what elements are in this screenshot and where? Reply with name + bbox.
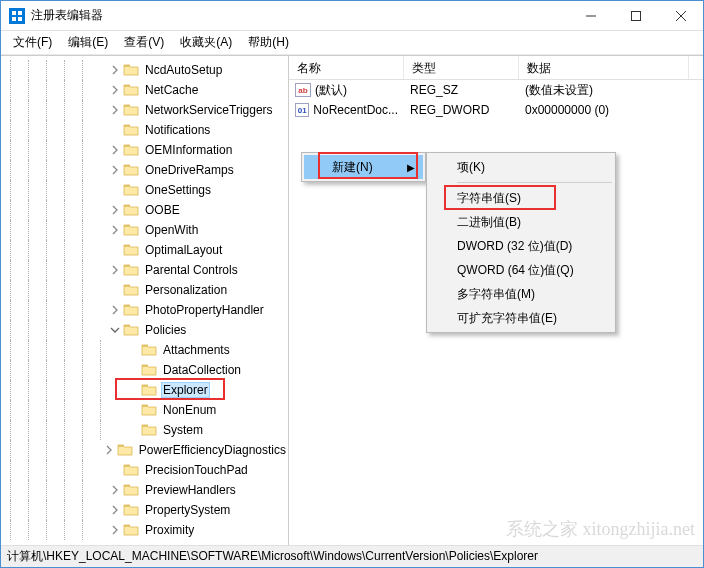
- tree-item[interactable]: Policies: [1, 320, 288, 340]
- minimize-button[interactable]: [568, 1, 613, 31]
- tree-item[interactable]: Attachments: [1, 340, 288, 360]
- chevron-right-icon[interactable]: [109, 224, 121, 236]
- ctx-string-label: 字符串值(S): [457, 190, 521, 207]
- svg-rect-1: [18, 11, 22, 15]
- titlebar: 注册表编辑器: [1, 1, 703, 31]
- tree-item-label: DataCollection: [161, 363, 243, 377]
- chevron-right-icon[interactable]: [109, 104, 121, 116]
- folder-icon: [141, 363, 157, 377]
- tree-item[interactable]: Explorer: [1, 380, 288, 400]
- folder-icon: [141, 403, 157, 417]
- tree-item-label: Attachments: [161, 343, 232, 357]
- tree-item-label: Policies: [143, 323, 188, 337]
- tree-item[interactable]: NetworkServiceTriggers: [1, 100, 288, 120]
- col-name[interactable]: 名称: [289, 56, 404, 79]
- close-button[interactable]: [658, 1, 703, 31]
- menu-view[interactable]: 查看(V): [116, 32, 172, 53]
- folder-icon: [141, 343, 157, 357]
- ctx-multi-label: 多字符串值(M): [457, 286, 535, 303]
- tree-item[interactable]: OOBE: [1, 200, 288, 220]
- folder-icon: [123, 483, 139, 497]
- tree-item[interactable]: PreviewHandlers: [1, 480, 288, 500]
- col-type[interactable]: 类型: [404, 56, 519, 79]
- tree-item[interactable]: NcdAutoSetup: [1, 60, 288, 80]
- tree-item[interactable]: OneSettings: [1, 180, 288, 200]
- tree-item[interactable]: PowerEfficiencyDiagnostics: [1, 440, 288, 460]
- menu-favorites[interactable]: 收藏夹(A): [172, 32, 240, 53]
- tree-item[interactable]: OEMInformation: [1, 140, 288, 160]
- chevron-right-icon[interactable]: [109, 504, 121, 516]
- app-icon: [9, 8, 25, 24]
- maximize-button[interactable]: [613, 1, 658, 31]
- tree-item-label: OEMInformation: [143, 143, 234, 157]
- tree-item[interactable]: OptimalLayout: [1, 240, 288, 260]
- ctx-multi[interactable]: 多字符串值(M): [429, 282, 613, 306]
- ctx-key[interactable]: 项(K): [429, 155, 613, 179]
- chevron-down-icon[interactable]: [109, 324, 121, 336]
- chevron-right-icon[interactable]: [109, 204, 121, 216]
- chevron-right-icon[interactable]: [109, 484, 121, 496]
- chevron-right-icon[interactable]: [109, 164, 121, 176]
- ctx-binary[interactable]: 二进制值(B): [429, 210, 613, 234]
- svg-rect-0: [12, 11, 16, 15]
- tree-item[interactable]: PropertySystem: [1, 500, 288, 520]
- menu-edit[interactable]: 编辑(E): [60, 32, 116, 53]
- value-data: 0x00000000 (0): [519, 101, 689, 119]
- tree-pane[interactable]: NcdAutoSetupNetCacheNetworkServiceTrigge…: [1, 56, 289, 545]
- menu-help[interactable]: 帮助(H): [240, 32, 297, 53]
- tree-item[interactable]: System: [1, 420, 288, 440]
- ctx-binary-label: 二进制值(B): [457, 214, 521, 231]
- menu-file[interactable]: 文件(F): [5, 32, 60, 53]
- folder-icon: [123, 463, 139, 477]
- tree-item[interactable]: Parental Controls: [1, 260, 288, 280]
- tree-item[interactable]: DataCollection: [1, 360, 288, 380]
- ctx-dword[interactable]: DWORD (32 位)值(D): [429, 234, 613, 258]
- chevron-right-icon[interactable]: [109, 264, 121, 276]
- ctx-separator: [457, 182, 612, 183]
- folder-icon: [123, 243, 139, 257]
- value-data: (数值未设置): [519, 80, 689, 101]
- tree-item-label: OneDriveRamps: [143, 163, 236, 177]
- chevron-right-icon[interactable]: [109, 144, 121, 156]
- col-data[interactable]: 数据: [519, 56, 689, 79]
- svg-rect-5: [631, 11, 640, 20]
- ctx-new-label: 新建(N): [332, 159, 373, 176]
- chevron-right-icon[interactable]: [103, 444, 114, 456]
- tree-item[interactable]: Proximity: [1, 520, 288, 540]
- list-header: 名称 类型 数据: [289, 56, 703, 80]
- list-row[interactable]: ab(默认)REG_SZ(数值未设置): [289, 80, 703, 100]
- tree-item-label: OptimalLayout: [143, 243, 224, 257]
- chevron-right-icon[interactable]: [109, 84, 121, 96]
- tree-item-label: Notifications: [143, 123, 212, 137]
- tree-item[interactable]: OpenWith: [1, 220, 288, 240]
- folder-icon: [123, 123, 139, 137]
- list-row[interactable]: 01NoRecentDoc...REG_DWORD0x00000000 (0): [289, 100, 703, 120]
- ctx-new[interactable]: 新建(N) ▶: [304, 155, 423, 179]
- folder-icon: [123, 503, 139, 517]
- ctx-qword[interactable]: QWORD (64 位)值(Q): [429, 258, 613, 282]
- chevron-right-icon[interactable]: [109, 524, 121, 536]
- tree-item-label: Proximity: [143, 523, 196, 537]
- chevron-right-icon[interactable]: [109, 64, 121, 76]
- tree-item[interactable]: OneDriveRamps: [1, 160, 288, 180]
- folder-icon: [123, 323, 139, 337]
- tree-item-label: NetCache: [143, 83, 200, 97]
- tree-item[interactable]: Notifications: [1, 120, 288, 140]
- tree-item-label: OOBE: [143, 203, 182, 217]
- tree-item-label: NetworkServiceTriggers: [143, 103, 275, 117]
- tree-item[interactable]: PhotoPropertyHandler: [1, 300, 288, 320]
- ctx-string[interactable]: 字符串值(S): [429, 186, 613, 210]
- chevron-right-icon[interactable]: [109, 304, 121, 316]
- folder-icon: [141, 423, 157, 437]
- tree-item[interactable]: Personalization: [1, 280, 288, 300]
- value-type: REG_SZ: [404, 81, 519, 99]
- tree-item[interactable]: NonEnum: [1, 400, 288, 420]
- tree-item[interactable]: NetCache: [1, 80, 288, 100]
- ctx-expand[interactable]: 可扩充字符串值(E): [429, 306, 613, 330]
- tree-item[interactable]: PrecisionTouchPad: [1, 460, 288, 480]
- context-menu-primary: 新建(N) ▶: [301, 152, 426, 182]
- value-name: NoRecentDoc...: [313, 103, 398, 117]
- folder-icon: [123, 523, 139, 537]
- list-pane[interactable]: 名称 类型 数据 ab(默认)REG_SZ(数值未设置)01NoRecentDo…: [289, 56, 703, 545]
- value-name: (默认): [315, 82, 347, 99]
